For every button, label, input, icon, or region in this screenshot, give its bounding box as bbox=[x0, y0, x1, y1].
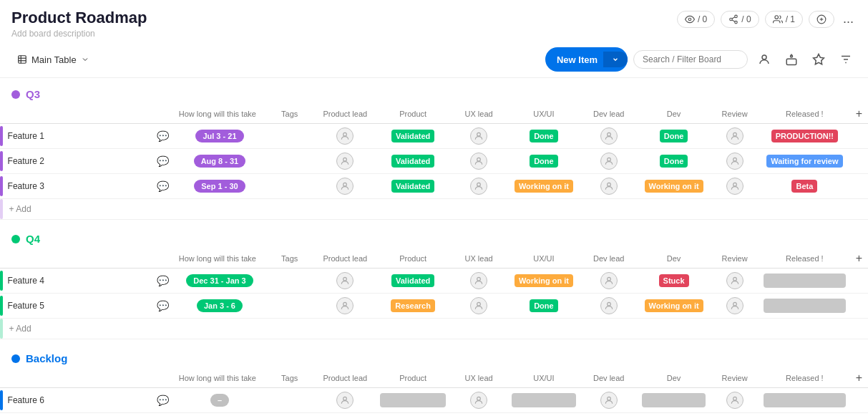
pin-icon[interactable] bbox=[808, 49, 829, 70]
dev-cell[interactable]: Stuck bbox=[638, 269, 710, 294]
date-cell[interactable]: Jan 3 - 6 bbox=[175, 294, 265, 319]
comment-cell[interactable]: 💬 bbox=[152, 388, 175, 413]
group-color-dot bbox=[11, 354, 20, 363]
comment-cell[interactable]: 💬 bbox=[152, 174, 175, 199]
date-cell[interactable]: – bbox=[175, 413, 265, 416]
comment-cell[interactable]: 💬 bbox=[152, 294, 175, 319]
product-cell[interactable]: Research bbox=[376, 294, 449, 319]
product-cell[interactable]: Validated bbox=[376, 269, 449, 294]
product-cell[interactable] bbox=[376, 413, 449, 416]
date-badge[interactable]: Aug 8 - 31 bbox=[194, 155, 246, 168]
person-avatar[interactable] bbox=[336, 297, 353, 314]
date-badge[interactable]: Jul 3 - 21 bbox=[195, 130, 243, 142]
released-cell[interactable] bbox=[759, 413, 849, 416]
ux-ui-cell[interactable]: Done bbox=[507, 149, 580, 174]
share-badge[interactable]: / 0 bbox=[721, 11, 759, 28]
person-avatar[interactable] bbox=[600, 127, 618, 145]
date-cell[interactable]: Sep 1 - 30 bbox=[175, 174, 265, 199]
add-row[interactable]: + Add bbox=[0, 199, 868, 220]
main-table-button[interactable]: Main Table bbox=[11, 52, 95, 68]
filter-icon[interactable] bbox=[835, 49, 857, 70]
comment-cell[interactable]: 💬 bbox=[152, 413, 175, 416]
released-cell[interactable] bbox=[759, 269, 849, 294]
eye-badge[interactable]: / 0 bbox=[677, 11, 715, 28]
dev-cell[interactable] bbox=[638, 413, 710, 416]
dev-cell[interactable]: Working on it bbox=[638, 294, 710, 319]
person-avatar[interactable] bbox=[336, 392, 353, 409]
add-row-label[interactable]: + Add bbox=[4, 199, 868, 220]
product-cell[interactable]: Validated bbox=[376, 149, 449, 174]
ux-ui-cell[interactable]: Done bbox=[507, 124, 580, 149]
person-avatar[interactable] bbox=[600, 178, 618, 195]
dev-cell[interactable]: Done bbox=[638, 124, 710, 149]
dev-cell[interactable]: Done bbox=[638, 149, 710, 174]
new-item-button[interactable]: New Item bbox=[545, 47, 628, 72]
comment-cell[interactable]: 💬 bbox=[152, 149, 175, 174]
invite-icon[interactable] bbox=[809, 11, 834, 28]
col-comment bbox=[152, 249, 175, 269]
person-avatar[interactable] bbox=[470, 178, 487, 195]
comment-cell[interactable]: 💬 bbox=[152, 124, 175, 149]
robot-icon[interactable] bbox=[781, 49, 802, 70]
row-name-cell: Feature 6 bbox=[4, 388, 152, 413]
released-cell[interactable]: Waiting for review bbox=[759, 149, 849, 174]
person-avatar[interactable] bbox=[726, 127, 743, 145]
person-avatar[interactable] bbox=[726, 178, 743, 195]
product-cell[interactable] bbox=[376, 388, 449, 413]
date-badge[interactable]: Jan 3 - 6 bbox=[197, 299, 243, 312]
person-avatar[interactable] bbox=[336, 153, 353, 170]
released-cell[interactable]: PRODUCTION!! bbox=[759, 124, 849, 149]
person-avatar[interactable] bbox=[336, 272, 353, 289]
person-avatar[interactable] bbox=[470, 272, 487, 289]
col-add[interactable]: + bbox=[850, 105, 868, 124]
person-avatar[interactable] bbox=[726, 153, 743, 170]
ux-ui-cell[interactable] bbox=[507, 413, 580, 416]
date-cell[interactable]: Dec 31 - Jan 3 bbox=[175, 269, 265, 294]
header-left: Product Roadmap Add board description bbox=[11, 9, 147, 39]
dev-cell[interactable]: Working on it bbox=[638, 174, 710, 199]
ux-ui-cell[interactable] bbox=[507, 388, 580, 413]
table-row: Feature 3 💬 Sep 1 - 30 Validated Working… bbox=[0, 174, 868, 199]
person-avatar[interactable] bbox=[336, 178, 353, 195]
released-cell[interactable]: Beta bbox=[759, 174, 849, 199]
comment-cell[interactable]: 💬 bbox=[152, 269, 175, 294]
released-cell[interactable] bbox=[759, 388, 849, 413]
col-add[interactable]: + bbox=[850, 249, 868, 269]
person-avatar[interactable] bbox=[336, 127, 353, 145]
person-avatar[interactable] bbox=[726, 297, 743, 314]
review-cell bbox=[710, 388, 759, 413]
date-cell[interactable]: – bbox=[175, 388, 265, 413]
date-badge[interactable]: Dec 31 - Jan 3 bbox=[186, 274, 253, 287]
product-cell[interactable]: Validated bbox=[376, 124, 449, 149]
person-avatar[interactable] bbox=[600, 272, 618, 289]
person-avatar[interactable] bbox=[726, 392, 743, 409]
date-badge[interactable]: – bbox=[210, 394, 229, 407]
person-avatar[interactable] bbox=[600, 153, 618, 170]
person-avatar[interactable] bbox=[470, 297, 487, 314]
dev-cell[interactable] bbox=[638, 388, 710, 413]
date-cell[interactable]: Jul 3 - 21 bbox=[175, 124, 265, 149]
product-cell[interactable]: Validated bbox=[376, 174, 449, 199]
add-row-label[interactable]: + Add bbox=[4, 319, 868, 339]
released-cell[interactable] bbox=[759, 294, 849, 319]
avatar-icon[interactable] bbox=[754, 49, 775, 70]
person-badge[interactable]: / 1 bbox=[765, 11, 803, 28]
add-row[interactable]: + Add bbox=[0, 319, 868, 339]
date-badge[interactable]: Sep 1 - 30 bbox=[194, 180, 245, 193]
new-item-caret[interactable] bbox=[603, 52, 628, 67]
date-cell[interactable]: Aug 8 - 31 bbox=[175, 149, 265, 174]
person-avatar[interactable] bbox=[726, 272, 743, 289]
search-input[interactable] bbox=[633, 50, 748, 69]
svg-point-41 bbox=[733, 302, 736, 306]
ux-ui-cell[interactable]: Done bbox=[507, 294, 580, 319]
col-add[interactable]: + bbox=[850, 369, 868, 388]
ux-ui-cell[interactable]: Working on it bbox=[507, 269, 580, 294]
person-avatar[interactable] bbox=[470, 153, 487, 170]
ux-lead-cell bbox=[450, 174, 507, 199]
more-menu-button[interactable]: ... bbox=[840, 9, 857, 29]
person-avatar[interactable] bbox=[470, 127, 487, 145]
person-avatar[interactable] bbox=[600, 297, 618, 314]
person-avatar[interactable] bbox=[600, 392, 618, 409]
person-avatar[interactable] bbox=[470, 392, 487, 409]
ux-ui-cell[interactable]: Working on it bbox=[507, 174, 580, 199]
